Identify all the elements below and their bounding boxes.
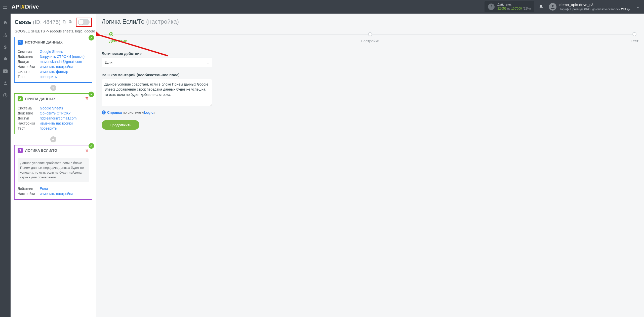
tariff-days: 283 <box>621 8 626 11</box>
svg-point-0 <box>552 5 553 7</box>
tariff-text: Тариф |Премиум PRO| до оплаты осталось <box>559 8 621 11</box>
actions-pct: (22%) <box>523 7 531 10</box>
logo[interactable]: API X Drive <box>12 4 39 10</box>
logo-text-post: Drive <box>25 4 39 10</box>
avatar-icon[interactable] <box>549 3 556 11</box>
info-icon: i <box>488 4 495 10</box>
actions-total: 100'000 <box>511 7 522 10</box>
actions-used: 22'059 <box>498 7 507 10</box>
user-block[interactable]: demo_apix-drive_s3 Тариф |Премиум PRO| д… <box>559 2 630 11</box>
username: demo_apix-drive_s3 <box>559 2 630 7</box>
menu-icon[interactable]: ☰ <box>0 4 10 10</box>
logo-text-x: X <box>21 4 25 10</box>
bell-icon[interactable] <box>539 4 543 10</box>
topbar: ☰ API X Drive i Действия: 22'059 из 100'… <box>0 0 644 14</box>
chevron-down-icon[interactable]: ⌄ <box>636 5 639 9</box>
logo-text-pre: API <box>12 4 21 10</box>
actions-counter[interactable]: i Действия: 22'059 из 100'000 (22%) <box>485 1 534 12</box>
actions-label: Действия: <box>498 3 531 7</box>
